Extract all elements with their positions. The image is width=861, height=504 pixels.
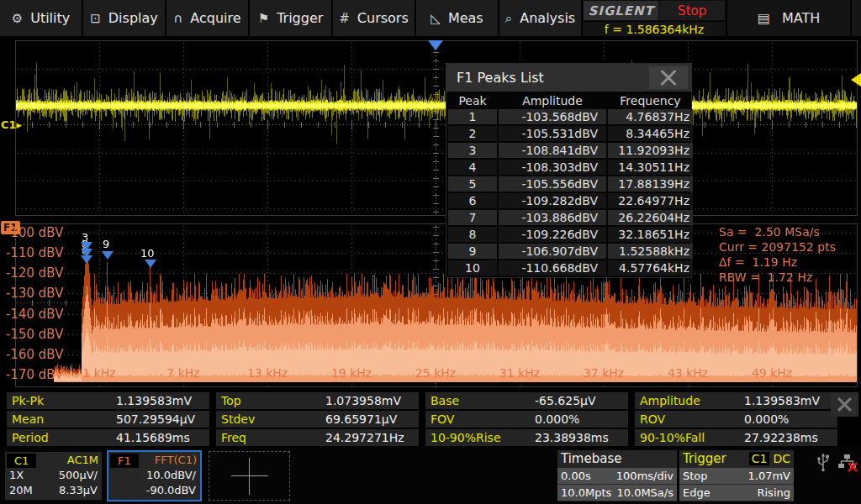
menu-item-cursors[interactable]: #Cursors	[333, 0, 416, 36]
peak-number: 10	[448, 260, 497, 276]
c1-channel-marker[interactable]: C1▸	[1, 118, 22, 131]
menu-item-label: Meas	[448, 10, 483, 26]
fft-info-line: RBW = 1.72 Hz	[719, 270, 836, 285]
measurement-label: ROV	[635, 412, 665, 426]
peaks-list-close-button[interactable]	[649, 66, 688, 89]
menu-item-trigger[interactable]: ⚑Trigger	[250, 0, 333, 36]
measurement-row: Pk-Pk1.139583mVTop1.073958mVBase-65.625μ…	[7, 392, 861, 409]
peak-number: 2	[448, 126, 497, 141]
acquire-icon: ∩	[173, 11, 182, 26]
peaks-list-row: 4-108.303dBV14.30511Hz	[446, 160, 691, 176]
f1-scale: 10.0dBV/	[146, 468, 196, 483]
peak-number: 5	[448, 176, 497, 192]
menu-item-math[interactable]: ▤ MATH	[727, 0, 852, 36]
c1-row-offset: 20M 8.33μV	[5, 483, 102, 498]
f1-function: FFT(C1)	[155, 454, 197, 466]
f1-row-offset: -90.0dBV	[108, 483, 200, 498]
peak-number: 4	[448, 160, 497, 175]
peak-amplitude: -103.568dBV	[499, 109, 606, 124]
peak-amplitude: -103.886dBV	[499, 210, 606, 225]
menu-item-label: Acquire	[190, 10, 240, 26]
peak-frequency: 22.64977Hz	[608, 193, 693, 208]
timebase-box[interactable]: Timebase 0.00s 100ms/div 10.0Mpts 10.0MS…	[557, 450, 677, 501]
measurement-value: 507.29594μV	[116, 411, 195, 428]
peak-frequency: 14.30511Hz	[608, 160, 693, 175]
menu-item-analysis[interactable]: ⌕Analysis	[499, 0, 583, 36]
peak-marker-triangle	[81, 255, 92, 264]
measurement-item: Base-65.625μV	[425, 392, 628, 409]
add-channel-button[interactable]	[209, 451, 290, 501]
acquisition-status[interactable]: Stop	[659, 1, 725, 20]
timebase-title: Timebase	[561, 451, 621, 466]
frequency-axis-label: 49 kHz	[752, 366, 792, 380]
menu-item-utility[interactable]: ⚙Utility	[0, 0, 83, 36]
menu-items: ⚙Utility⊡Display∩Acquire⚑Trigger#Cursors…	[0, 0, 583, 36]
waveform-canvas[interactable]	[0, 38, 861, 391]
timebase-delay: 0.00s	[561, 468, 591, 484]
peak-number: 6	[448, 193, 497, 208]
peak-frequency: 1.52588kHz	[608, 244, 693, 259]
c1-coupling: AC1M	[67, 454, 98, 466]
c1-channel-box[interactable]: C1 AC1M 1X 500μV/ 20M 8.33μV	[5, 452, 102, 500]
peaks-list-body: 1-103.568dBV4.76837Hz2-105.531dBV8.34465…	[446, 109, 691, 277]
peaks-list-row: 6-109.282dBV22.64977Hz	[446, 193, 691, 210]
measurement-label: Top	[216, 394, 241, 407]
c1-scale: 500μV/	[59, 468, 98, 483]
analysis-icon: ⌕	[505, 11, 512, 26]
timebase-row-scale: 0.00s 100ms/div	[557, 468, 677, 484]
trigger-status: Stop	[683, 468, 708, 484]
menu-item-label: Cursors	[357, 10, 409, 26]
menu-item-display[interactable]: ⊡Display	[83, 0, 166, 36]
timebase-row-rate: 10.0Mpts 10.0MSa/s	[557, 485, 677, 501]
measurement-value: 69.65971μV	[325, 411, 397, 428]
measurement-item: Top1.073958mV	[216, 392, 419, 409]
frequency-axis-label: 7 kHz	[166, 366, 199, 380]
f1-header: F1 FFT(C1)	[108, 452, 200, 468]
frequency-axis-label: 37 kHz	[584, 366, 624, 380]
measurement-label: 90-10%Fall	[635, 431, 705, 444]
peak-amplitude: -109.226dBV	[499, 227, 606, 242]
measurement-label: Base	[425, 394, 459, 407]
measurement-close-button[interactable]	[831, 392, 858, 417]
c1-offset: 8.33μV	[59, 483, 98, 498]
timebase-scale: 100ms/div	[616, 468, 673, 484]
menu-item-meas[interactable]: ◺Meas	[416, 0, 499, 36]
menu-item-acquire[interactable]: ∩Acquire	[166, 0, 250, 36]
frequency-counter: f = 1.586364kHz	[583, 21, 726, 36]
measurement-label: FOV	[425, 412, 454, 426]
peaks-list-row: 7-103.886dBV26.22604Hz	[446, 210, 691, 227]
trigger-level-marker[interactable]	[851, 73, 861, 87]
measurement-item: 10-90%Rise23.38938ms	[425, 429, 628, 446]
frequency-axis-label: 43 kHz	[668, 366, 708, 380]
measurement-rows: Pk-Pk1.139583mVTop1.073958mVBase-65.625μ…	[7, 392, 861, 446]
trigger-slope: Rising	[757, 485, 790, 501]
dbv-axis-label: -120 dBV	[6, 265, 63, 281]
oscilloscope-screen: ⚙Utility⊡Display∩Acquire⚑Trigger#Cursors…	[0, 0, 861, 504]
trigger-box[interactable]: Trigger C1 DC Stop 1.07mV Edge Rising	[679, 450, 794, 501]
trigger-position-marker[interactable]	[428, 40, 443, 50]
peak-amplitude: -105.531dBV	[499, 126, 606, 141]
dbv-axis-label: -170 dBV	[6, 366, 63, 383]
measurement-item: FOV0.000%	[425, 411, 628, 428]
peak-frequency: 17.88139Hz	[608, 176, 693, 192]
peak-number: 8	[448, 227, 497, 242]
measurement-item: Freq24.297271Hz	[216, 429, 419, 446]
peak-marker-number: 10	[140, 247, 155, 260]
peak-amplitude: -108.303dBV	[499, 160, 606, 175]
c1-bandwidth: 20M	[9, 483, 33, 498]
peaks-list-row: 3-108.841dBV11.92093Hz	[446, 143, 691, 160]
timebase-header: Timebase	[557, 450, 677, 467]
peak-marker-number: 9	[103, 238, 109, 250]
peak-number: 9	[448, 244, 497, 259]
menu-item-label: Analysis	[520, 10, 575, 26]
math-icon: ▤	[758, 10, 770, 26]
measurement-row: Period41.15689msFreq24.297271Hz10-90%Ris…	[7, 429, 861, 446]
peak-amplitude: -105.556dBV	[499, 176, 606, 192]
fft-info-line: Curr = 2097152 pts	[719, 239, 836, 255]
network-disconnected-icon	[837, 454, 858, 472]
peak-number: 7	[448, 210, 497, 225]
f1-math-box[interactable]: F1 FFT(C1) 10.0dBV/ -90.0dBV	[107, 450, 202, 501]
measurement-panel: Pk-Pk1.139583mVTop1.073958mVBase-65.625μ…	[0, 391, 861, 447]
f1-chip: F1	[110, 454, 139, 468]
top-menu-bar: ⚙Utility⊡Display∩Acquire⚑Trigger#Cursors…	[0, 0, 861, 38]
